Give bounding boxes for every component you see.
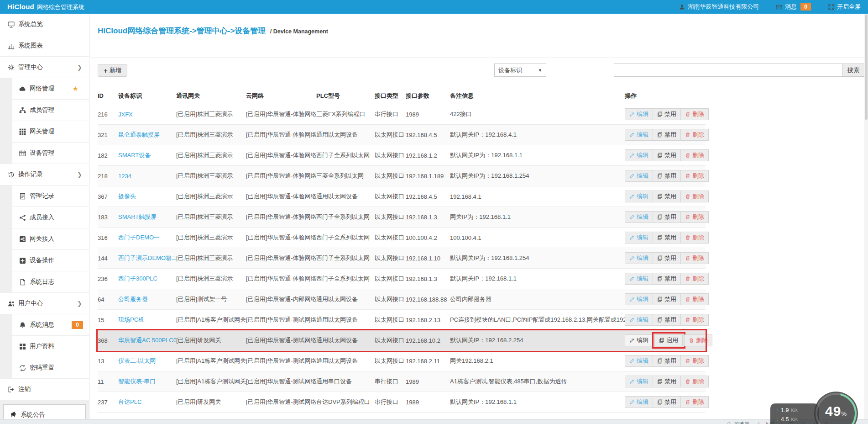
device-link[interactable]: 西门子DEMO一 [118,234,160,241]
sidebar-item-system-overview[interactable]: 系统总览 [0,14,89,35]
row-edit-button[interactable]: 编辑 [625,293,653,305]
sidebar-item-network-management[interactable]: 网络管理★ [12,78,89,100]
sidebar-item-device-operations[interactable]: 设备操作 [12,250,89,271]
row-delete-button[interactable]: 删除 [680,170,709,182]
percent-gauge-overlay[interactable]: 49% [814,392,858,424]
add-device-button[interactable]: + 新增 [98,64,127,77]
row-edit-button[interactable]: 编辑 [625,376,653,387]
device-link[interactable]: 1234 [118,173,131,180]
device-link[interactable]: 现场PC机 [118,316,144,323]
fullscreen-button[interactable]: 开启全屏 [828,3,861,11]
row-delete-button[interactable]: 删除 [680,108,709,120]
scrollbar-thumb[interactable] [865,15,868,120]
row-delete-button[interactable]: 删除 [680,376,709,387]
search-button[interactable]: 搜索 [842,64,865,77]
row-delete-button[interactable]: 删除 [680,396,709,408]
device-link[interactable]: 西门子演示DEMO箱二 [118,254,176,261]
sidebar-item-system-charts[interactable]: 系统图表 [0,35,89,57]
share-square-icon [18,236,26,243]
company-menu[interactable]: 湖南华辰智通科技有限公司 [679,3,759,11]
sidebar-item-password-reset[interactable]: 密码重置 [12,357,89,379]
sidebar-item-user-profile[interactable]: 用户资料 [12,336,89,357]
accelerator-item[interactable]: 加速器 [726,421,750,424]
row-edit-button[interactable]: 编辑 [625,211,653,223]
row-edit-button[interactable]: 编辑 [625,273,653,285]
device-link[interactable]: 公司服务器 [118,296,148,302]
sidebar-item-operation-records[interactable]: 操作记录❯ [0,164,89,186]
device-link[interactable]: 西门子300PLC [118,275,157,282]
device-link[interactable]: 智能仪表-串口 [118,378,156,385]
vertical-scrollbar[interactable] [864,14,868,424]
cell-gateway: [已启用]株洲三菱演示 [176,110,246,118]
row-edit-button[interactable]: 编辑 [625,334,653,346]
device-link[interactable]: SMART设备 [118,152,151,159]
device-link[interactable]: 昆仑通泰触摸屏 [118,131,160,138]
sidebar-item-device-management[interactable]: 设备管理 [12,143,89,164]
row-delete-button[interactable]: 删除 [684,334,712,346]
row-edit-button[interactable]: 编辑 [625,170,653,182]
sidebar-item-system-messages[interactable]: 系统消息0 [12,314,89,336]
row-delete-button[interactable]: 删除 [680,191,709,202]
row-edit-button[interactable]: 编辑 [625,396,653,408]
row-edit-button[interactable]: 编辑 [625,191,653,202]
edit-pencil [629,338,635,343]
sidebar-item-member-access[interactable]: 成员接入 [12,207,89,228]
row-delete-button[interactable]: 删除 [680,232,709,244]
sidebar-item-user-center[interactable]: 用户中心❯ [0,293,89,314]
cell-interface-param: 192.168.1.3 [406,276,450,282]
row-disable-button[interactable]: 禁用 [653,170,681,182]
cell-interface-param: 192.168.1.189 [406,173,450,180]
cell-device: 现场PC机 [118,316,176,324]
device-link[interactable]: 摄像头 [118,193,136,200]
row-disable-button[interactable]: 禁用 [653,108,681,120]
row-edit-button[interactable]: 编辑 [625,232,653,244]
row-delete-button[interactable]: 删除 [680,129,709,141]
cell-remark: 默认网关IP：192.168.1.1 [450,275,625,283]
row-disable-button[interactable]: 禁用 [653,129,681,141]
row-disable-button[interactable]: 禁用 [653,293,681,305]
filter-field-select[interactable]: 设备标识 ▼ [494,64,546,77]
row-edit-button[interactable]: 编辑 [625,355,653,367]
messages-menu[interactable]: 消息 0 [776,3,811,11]
row-disable-button[interactable]: 禁用 [653,232,681,244]
device-link[interactable]: 华辰智通AC 500PLC001 [118,337,176,344]
row-disable-button[interactable]: 禁用 [653,191,681,202]
device-link[interactable]: JXFX [118,111,133,118]
row-edit-button[interactable]: 编辑 [625,314,653,326]
row-disable-button[interactable]: 禁用 [653,252,681,264]
cell-gateway: [已启用]株洲三菱演示 [176,254,246,262]
sidebar-item-management-center[interactable]: 管理中心❯ [0,57,89,78]
sidebar-item-system-logs[interactable]: 系统日志 [12,271,89,293]
row-disable-button[interactable]: 禁用 [653,314,681,326]
row-delete-button[interactable]: 删除 [680,252,709,264]
row-delete-button[interactable]: 删除 [680,314,709,326]
search-input[interactable] [614,64,842,77]
row-delete-button[interactable]: 删除 [680,211,709,223]
row-edit-button[interactable]: 编辑 [625,149,653,161]
row-delete-button[interactable]: 删除 [680,355,709,367]
row-enable-button[interactable]: 启用 [654,334,683,346]
row-disable-button[interactable]: 禁用 [653,376,681,387]
row-edit-button[interactable]: 编辑 [625,129,653,141]
sidebar-item-management-records[interactable]: 管理记录 [12,186,89,207]
row-delete-button[interactable]: 删除 [680,149,709,161]
sidebar-item-gateway-management[interactable]: 网关管理 [12,121,89,143]
row-disable-button[interactable]: 禁用 [653,211,681,223]
sidebar-item-label: 系统图表 [18,42,43,50]
row-disable-button[interactable]: 禁用 [653,396,681,408]
device-link[interactable]: 台达PLC [118,398,141,405]
device-link[interactable]: 仪表二-以太网 [118,357,156,364]
sidebar-item-gateway-access[interactable]: 网关接入 [12,228,89,250]
device-link[interactable]: SMART触摸屏 [118,213,157,220]
sidebar-item-logout[interactable]: 注销 [0,379,89,400]
row-disable-button[interactable]: 禁用 [653,149,681,161]
cell-gateway: [已启用]株洲三菱演示 [176,192,246,201]
row-edit-button[interactable]: 编辑 [625,252,653,264]
sidebar-item-member-management[interactable]: 成员管理 [12,100,89,121]
row-delete-button[interactable]: 删除 [680,293,709,305]
row-edit-button[interactable]: 编辑 [625,108,653,120]
row-disable-button[interactable]: 禁用 [653,355,681,367]
cell-interface-param: 192.168.1.3 [406,214,450,221]
row-disable-button[interactable]: 禁用 [653,273,681,285]
row-delete-button[interactable]: 删除 [680,273,709,285]
